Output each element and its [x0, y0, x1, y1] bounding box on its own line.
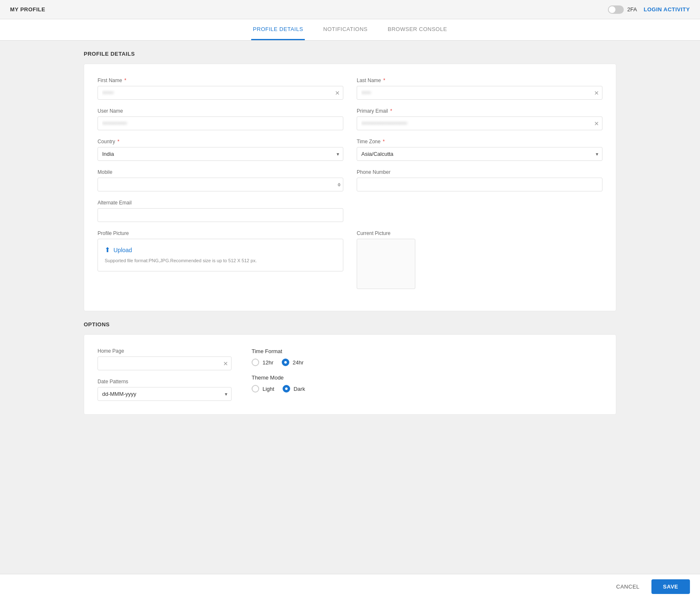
- theme-mode-dark[interactable]: Dark: [283, 385, 305, 392]
- username-label: User Name: [98, 108, 343, 114]
- current-picture-label: Current Picture: [357, 230, 602, 236]
- upload-hint: Supported file format:PNG,JPG.Recommende…: [105, 257, 336, 264]
- time-format-24hr[interactable]: 24hr: [282, 359, 304, 366]
- country-select[interactable]: India: [98, 147, 343, 161]
- cancel-button[interactable]: CANCEL: [610, 580, 646, 593]
- time-format-12hr-label: 12hr: [262, 359, 273, 366]
- options-right: Time Format 12hr 24hr Theme Mo: [252, 348, 602, 401]
- username-input-wrapper: [98, 116, 343, 130]
- timezone-label: Time Zone *: [357, 139, 602, 145]
- first-name-clear-icon[interactable]: ✕: [335, 90, 340, 96]
- time-format-24hr-radio[interactable]: [282, 359, 289, 366]
- alt-email-label: Alternate Email: [98, 200, 343, 206]
- options-left: Home Page Decision Tables ✕ Date Pattern…: [98, 348, 232, 401]
- timezone-group: Time Zone * Asia/Calcutta ▾: [357, 139, 602, 161]
- theme-mode-light-radio[interactable]: [252, 385, 259, 392]
- first-name-input-wrapper: ✕: [98, 86, 343, 100]
- theme-mode-group: Theme Mode Light Dark: [252, 374, 602, 392]
- username-email-row: User Name Primary Email * ✕: [98, 108, 602, 130]
- save-button[interactable]: SAVE: [651, 579, 690, 594]
- tab-notifications[interactable]: NOTIFICATIONS: [322, 19, 369, 40]
- upload-button[interactable]: ⬆ Upload: [105, 246, 336, 254]
- theme-mode-light[interactable]: Light: [252, 385, 274, 392]
- primary-email-label: Primary Email *: [357, 108, 602, 114]
- profile-picture-label: Profile Picture: [98, 230, 343, 236]
- primary-email-required: *: [390, 108, 392, 114]
- alt-email-group: Alternate Email: [98, 200, 343, 222]
- last-name-required: *: [383, 77, 385, 83]
- tab-profile-details[interactable]: PROFILE DETAILS: [251, 19, 305, 40]
- country-group: Country * India ▾: [98, 139, 343, 161]
- username-input[interactable]: [98, 116, 343, 130]
- last-name-label: Last Name *: [357, 77, 602, 83]
- first-name-label: First Name *: [98, 77, 343, 83]
- country-required: *: [117, 139, 119, 145]
- country-label: Country *: [98, 139, 343, 145]
- last-name-clear-icon[interactable]: ✕: [594, 90, 599, 96]
- country-timezone-row: Country * India ▾ Time Zone * Asia/: [98, 139, 602, 161]
- footer-spacer: [84, 425, 616, 450]
- time-format-24hr-label: 24hr: [293, 359, 304, 366]
- picture-row: Profile Picture ⬆ Upload Supported file …: [98, 230, 602, 289]
- primary-email-input-wrapper: ✕: [357, 116, 602, 130]
- tabs-bar: PROFILE DETAILS NOTIFICATIONS BROWSER CO…: [0, 19, 700, 41]
- country-select-wrapper: India ▾: [98, 147, 343, 161]
- mobile-input-wrapper: [98, 178, 343, 191]
- first-name-group: First Name * ✕: [98, 77, 343, 100]
- time-format-options: 12hr 24hr: [252, 359, 602, 366]
- last-name-group: Last Name * ✕: [357, 77, 602, 100]
- mobile-label: Mobile: [98, 169, 343, 175]
- theme-mode-label: Theme Mode: [252, 374, 602, 381]
- upload-section: ⬆ Upload Supported file format:PNG,JPG.R…: [98, 239, 343, 271]
- profile-picture-group: Profile Picture ⬆ Upload Supported file …: [98, 230, 343, 271]
- alt-email-row: Alternate Email: [98, 200, 602, 222]
- primary-email-input[interactable]: [357, 116, 602, 130]
- alt-email-input[interactable]: [98, 208, 343, 222]
- date-select-wrapper: dd-MMM-yyyy MM/dd/yyyy dd/MM/yyyy ▾: [98, 387, 232, 401]
- timezone-required: *: [383, 139, 385, 145]
- last-name-input[interactable]: [357, 86, 602, 100]
- date-pattern-label: Date Patterns: [98, 379, 232, 385]
- timezone-select[interactable]: Asia/Calcutta: [357, 147, 602, 161]
- login-activity-link[interactable]: LOGIN ACTIVITY: [643, 6, 690, 13]
- theme-mode-dark-radio[interactable]: [283, 385, 290, 392]
- time-format-group: Time Format 12hr 24hr: [252, 348, 602, 366]
- alt-email-input-wrapper: [98, 208, 343, 222]
- phone-input[interactable]: [357, 178, 602, 191]
- mobile-phone-row: Mobile Phone Number: [98, 169, 602, 191]
- footer: CANCEL SAVE: [0, 574, 700, 599]
- current-picture-group: Current Picture: [357, 230, 602, 289]
- phone-group: Phone Number: [357, 169, 602, 191]
- date-pattern-group: Date Patterns dd-MMM-yyyy MM/dd/yyyy dd/…: [98, 379, 232, 401]
- time-format-12hr[interactable]: 12hr: [252, 359, 273, 366]
- 2fa-toggle-wrapper: 2FA: [608, 5, 637, 14]
- options-section-title: OPTIONS: [84, 321, 616, 328]
- 2fa-label: 2FA: [627, 6, 637, 13]
- top-bar-right: 2FA LOGIN ACTIVITY: [608, 5, 690, 14]
- time-format-label: Time Format: [252, 348, 602, 354]
- primary-email-clear-icon[interactable]: ✕: [594, 121, 599, 127]
- page-title: MY PROFILE: [10, 6, 45, 13]
- tab-browser-console[interactable]: BROWSER CONSOLE: [386, 19, 449, 40]
- username-group: User Name: [98, 108, 343, 130]
- options-card: Home Page Decision Tables ✕ Date Pattern…: [84, 334, 616, 415]
- mobile-input[interactable]: [98, 178, 343, 191]
- first-name-required: *: [124, 77, 126, 83]
- theme-mode-options: Light Dark: [252, 385, 602, 392]
- upload-icon: ⬆: [105, 246, 110, 254]
- phone-label: Phone Number: [357, 169, 602, 175]
- time-format-12hr-radio[interactable]: [252, 359, 259, 366]
- theme-mode-dark-label: Dark: [293, 386, 305, 392]
- date-pattern-select[interactable]: dd-MMM-yyyy MM/dd/yyyy dd/MM/yyyy: [98, 387, 232, 401]
- home-page-clear-icon[interactable]: ✕: [223, 361, 228, 367]
- current-picture-box: [357, 239, 415, 289]
- main-content: PROFILE DETAILS First Name * ✕ Last Name…: [0, 41, 700, 460]
- home-page-input-wrapper: Decision Tables ✕: [98, 356, 232, 370]
- alt-email-spacer: [357, 200, 602, 222]
- top-bar: MY PROFILE 2FA LOGIN ACTIVITY: [0, 0, 700, 19]
- 2fa-toggle[interactable]: [608, 5, 624, 14]
- name-row: First Name * ✕ Last Name * ✕: [98, 77, 602, 100]
- mobile-group: Mobile: [98, 169, 343, 191]
- home-page-input[interactable]: Decision Tables: [98, 356, 232, 370]
- first-name-input[interactable]: [98, 86, 343, 100]
